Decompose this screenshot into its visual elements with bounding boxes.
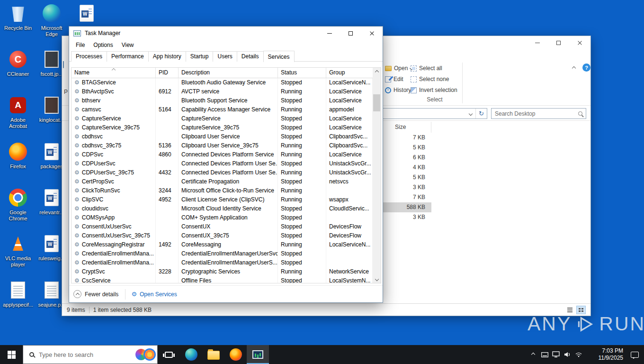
tab-details[interactable]: Details [237,51,264,62]
scrollbar-thumb[interactable] [373,94,380,111]
service-row-coremessagingregistrar[interactable]: ⚙CoreMessagingRegistrar1492CoreMessaging… [72,240,373,249]
service-row-captureservice[interactable]: ⚙CaptureServiceCaptureServiceStoppedLoca… [72,114,373,123]
taskbar-clock[interactable]: 7:03 PM 11/9/2025 [584,345,625,364]
action-center-button[interactable] [625,345,644,364]
desktop-icon-vlc-media-player[interactable]: VLC media player [1,233,35,268]
service-row-cryptsvc[interactable]: ⚙CryptSvc3228Cryptographic ServicesRunni… [72,267,373,276]
file-row[interactable]: 3 KB [382,212,431,222]
details-view-button[interactable] [565,306,574,314]
service-row-cloudidsvc[interactable]: ⚙cloudidsvcMicrosoft Cloud Identity Serv… [72,204,373,213]
explorer-close-button[interactable] [569,36,590,49]
column-header-status[interactable]: Status [278,68,326,78]
scroll-up-button[interactable] [373,68,381,76]
service-row-cbdhsvc-39c75[interactable]: ⚙cbdhsvc_39c755136Clipboard User Service… [72,141,373,150]
column-header-description[interactable]: Description [179,68,278,78]
taskbar-firefox-button[interactable] [224,345,247,364]
taskbar-task-manager-button[interactable] [247,345,269,364]
file-row[interactable]: 4 KB [382,163,431,173]
fewer-details-button[interactable]: Fewer details [73,290,118,298]
task-view-button[interactable] [158,345,180,364]
taskbar-search-input[interactable] [39,351,131,358]
address-dropdown-button[interactable] [466,112,475,115]
service-row-credentialenrollmentmana[interactable]: ⚙CredentialEnrollmentMana...CredentialEn… [72,258,373,267]
edit-button[interactable]: Edit [385,75,413,83]
help-button[interactable]: ? [582,64,590,72]
tab-app-history[interactable]: App history [148,51,186,62]
service-row-captureservice-39c75[interactable]: ⚙CaptureService_39c75CaptureService_39c7… [72,123,373,132]
desktop-icon-applyspecif[interactable]: applyspecif... [1,280,35,308]
taskbar-explorer-button[interactable] [202,345,224,364]
hidden-icons-button[interactable] [528,345,539,364]
service-row-consentuxusersvc[interactable]: ⚙ConsentUxUserSvcConsentUXStoppedDevices… [72,222,373,231]
desktop-icon-ccleaner[interactable]: CCleaner [1,49,35,77]
large-icons-view-button[interactable] [576,306,586,314]
tab-users[interactable]: Users [213,51,237,62]
file-row[interactable]: 7 KB [382,133,431,143]
service-row-cdpsvc[interactable]: ⚙CDPSvc4860Connected Devices Platform Se… [72,150,373,159]
service-row-camsvc[interactable]: ⚙camsvc5164Capability Access Manager Ser… [72,105,373,114]
column-header-size[interactable]: Size [382,122,431,133]
desktop-icon-google-chrome[interactable]: Google Chrome [1,187,35,222]
taskbar-search[interactable] [23,345,158,364]
menu-file[interactable]: File [72,41,89,49]
service-row-comsysapp[interactable]: ⚙COMSysAppCOM+ System ApplicationStopped [72,213,373,222]
tab-services[interactable]: Services [263,51,295,62]
tm-maximize-button[interactable] [340,27,361,40]
tm-close-button[interactable] [361,27,383,40]
start-button[interactable] [0,345,23,364]
menu-options[interactable]: Options [89,41,117,49]
file-row[interactable]: 5 KB [382,173,431,182]
service-row-btagservice[interactable]: ⚙BTAGServiceBluetooth Audio Gateway Serv… [72,78,373,87]
desktop-icon-document[interactable] [70,3,103,25]
file-row[interactable]: 6 KB [382,153,431,163]
file-row[interactable]: 3 KB [382,182,431,192]
service-row-cdpusersvc[interactable]: ⚙CDPUserSvcConnected Devices Platform Us… [72,159,373,168]
vertical-scrollbar[interactable] [373,68,381,283]
minimize-icon [327,33,332,34]
tray-network-button[interactable] [573,345,584,364]
service-row-consentuxusersvc-39c75[interactable]: ⚙ConsentUxUserSvc_39c75ConsentUX_39c75St… [72,231,373,240]
tab-startup[interactable]: Startup [186,51,214,62]
service-row-bthavctpsvc[interactable]: ⚙BthAvctpSvc6912AVCTP serviceRunningLoca… [72,87,373,96]
service-row-bthserv[interactable]: ⚙bthservBluetooth Support ServiceStopped… [72,96,373,105]
select-none-button[interactable]: Select none [411,75,457,83]
open-button[interactable]: Open [385,64,413,73]
service-row-cdpusersvc-39c75[interactable]: ⚙CDPUserSvc_39c754432Connected Devices P… [72,168,373,177]
desktop-icon-adobe-acrobat[interactable]: Adobe Acrobat [1,95,35,129]
tray-display-button[interactable] [550,345,562,364]
explorer-minimize-button[interactable] [527,36,548,49]
service-row-cbdhsvc[interactable]: ⚙cbdhsvcClipboard User ServiceStoppedCli… [72,132,373,141]
file-row[interactable]: 7 KB [382,192,431,202]
service-row-credentialenrollmentmana[interactable]: ⚙CredentialEnrollmentMana...CredentialEn… [72,249,373,258]
file-row[interactable]: 588 KB [382,202,431,212]
explorer-maximize-button[interactable] [548,36,569,49]
taskbar-edge-button[interactable] [180,345,202,364]
ribbon-collapse-button[interactable] [569,64,579,72]
column-header-name[interactable]: Name [72,68,156,78]
tab-processes[interactable]: Processes [71,51,107,62]
open-services-link[interactable]: ⚙ Open Services [131,291,177,298]
tray-volume-button[interactable] [562,345,573,364]
service-row-clicktorunsvc[interactable]: ⚙ClickToRunSvc3244Microsoft Office Click… [72,186,373,195]
tm-minimize-button[interactable] [319,27,340,40]
select-all-button[interactable]: Select all [411,64,457,73]
service-row-clipsvc[interactable]: ⚙ClipSVC4952Client License Service (Clip… [72,195,373,204]
desktop-icon-microsoft-edge[interactable]: Microsoft Edge [35,3,68,37]
scroll-down-button[interactable] [373,275,381,283]
tab-performance[interactable]: Performance [107,51,149,62]
column-header-pid[interactable]: PID [156,68,179,78]
service-row-certpropsvc[interactable]: ⚙CertPropSvcCertificate PropagationStopp… [72,177,373,186]
refresh-button[interactable] [475,109,487,118]
desktop-icon-recycle-bin[interactable]: Recycle Bin [1,3,35,31]
invert-selection-button[interactable]: Invert selection [411,86,457,94]
history-button[interactable]: History [385,86,413,94]
explorer-search-box[interactable] [491,108,586,119]
search-icon [29,352,34,357]
desktop-icon-firefox[interactable]: Firefox [1,141,35,170]
search-highlight-icons[interactable] [135,348,156,361]
file-row[interactable]: 5 KB [382,143,431,153]
explorer-search-input[interactable] [495,110,575,117]
menu-view[interactable]: View [117,41,138,49]
tray-keyboard-button[interactable] [539,345,550,364]
service-row-cscservice[interactable]: ⚙CscServiceOffline FilesStoppedLocalSyst… [72,276,373,283]
